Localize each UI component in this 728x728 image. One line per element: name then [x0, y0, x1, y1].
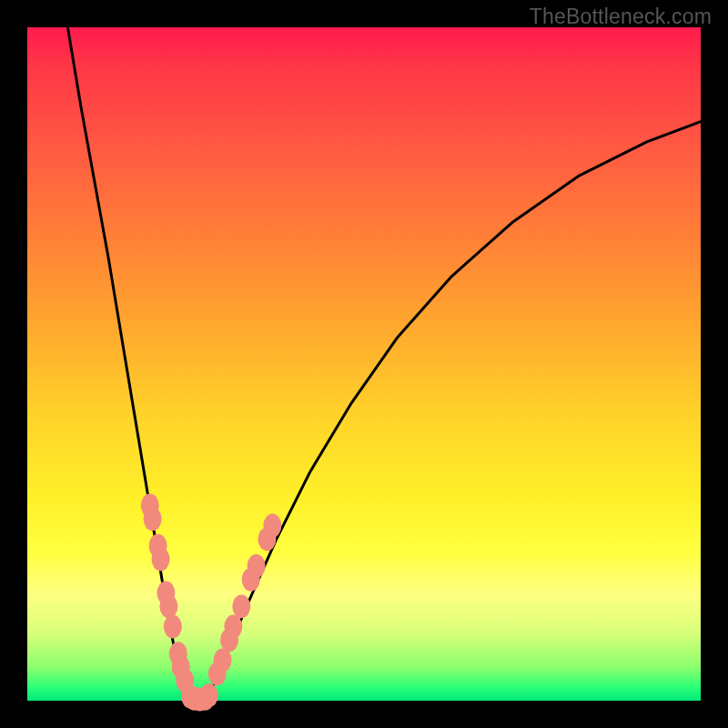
- gradient-plot-area: [27, 27, 701, 701]
- watermark-text: TheBottleneck.com: [530, 5, 712, 29]
